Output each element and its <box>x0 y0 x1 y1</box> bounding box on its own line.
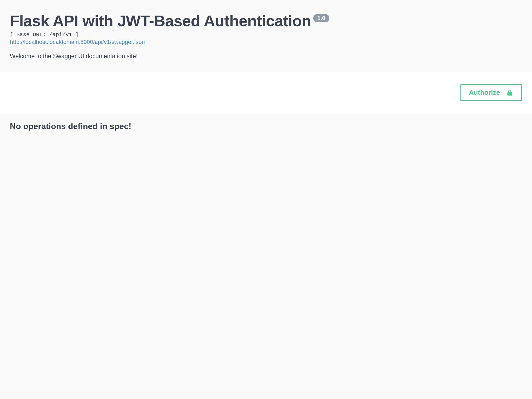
authorize-button-label: Authorize <box>469 89 500 97</box>
api-header-section: Flask API with JWT-Based Authentication … <box>0 0 532 72</box>
content-section: No operations defined in spec! <box>0 113 532 139</box>
version-badge: 1.0 <box>313 14 330 22</box>
lock-icon <box>506 89 513 96</box>
swagger-json-link[interactable]: http://localhost.localdomain:5000/api/v1… <box>10 39 522 45</box>
authorize-button[interactable]: Authorize <box>460 84 522 101</box>
title-row: Flask API with JWT-Based Authentication … <box>10 12 522 30</box>
auth-section: Authorize <box>0 72 532 113</box>
no-operations-message: No operations defined in spec! <box>10 122 522 131</box>
api-description: Welcome to the Swagger UI documentation … <box>10 53 522 60</box>
base-url-label: [ Base URL: /api/v1 ] <box>10 32 522 38</box>
api-title: Flask API with JWT-Based Authentication <box>10 12 311 30</box>
